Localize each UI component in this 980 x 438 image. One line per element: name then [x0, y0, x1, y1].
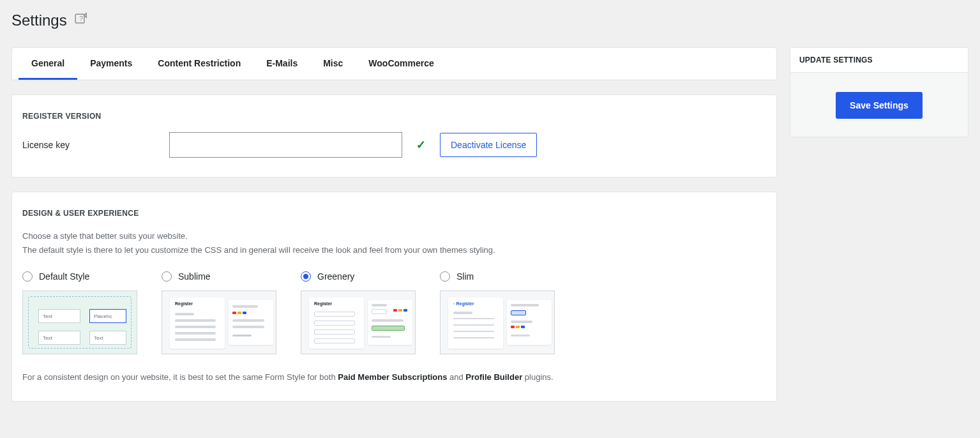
design-desc-2: The default style is there to let you cu…	[22, 243, 764, 257]
preview-slim[interactable]: ▫ Register	[440, 291, 555, 354]
tab-misc[interactable]: Misc	[310, 48, 356, 80]
design-footnote: For a consistent design on your website,…	[22, 372, 764, 382]
radio-icon	[301, 271, 311, 282]
radio-greenery[interactable]: Greenery	[301, 271, 422, 282]
tab-emails[interactable]: E-Mails	[253, 48, 310, 80]
radio-icon	[440, 271, 450, 282]
preview-sublime[interactable]: Register	[162, 291, 276, 354]
tab-payments[interactable]: Payments	[77, 48, 145, 80]
panel-license-heading: REGISTER VERSION	[22, 112, 764, 121]
tab-content-restriction[interactable]: Content Restriction	[145, 48, 253, 80]
panel-license: REGISTER VERSION License key ✓ Deactivat…	[11, 94, 777, 177]
svg-text:?: ?	[79, 15, 83, 22]
radio-default-style[interactable]: Default Style	[22, 271, 144, 282]
radio-label: Sublime	[178, 271, 211, 282]
panel-design-heading: DESIGN & USER EXPERIENCE	[22, 209, 764, 218]
save-settings-button[interactable]: Save Settings	[836, 92, 923, 119]
page-header: Settings ?	[11, 0, 969, 47]
style-option-slim: Slim ▫ Register	[440, 271, 561, 354]
tab-woocommerce[interactable]: WooCommerce	[356, 48, 446, 80]
style-option-greenery: Greenery Register	[301, 271, 422, 354]
license-key-input[interactable]	[169, 132, 402, 158]
radio-label: Slim	[456, 271, 474, 282]
design-desc-1: Choose a style that better suits your we…	[22, 229, 764, 243]
tab-general[interactable]: General	[19, 48, 77, 80]
radio-sublime[interactable]: Sublime	[162, 271, 283, 282]
radio-slim[interactable]: Slim	[440, 271, 561, 282]
preview-greenery[interactable]: Register	[301, 291, 416, 354]
help-icon[interactable]: ?	[73, 12, 87, 29]
settings-tabs: General Payments Content Restriction E-M…	[11, 47, 777, 80]
panel-design: DESIGN & USER EXPERIENCE Choose a style …	[11, 192, 777, 402]
radio-icon	[22, 271, 33, 282]
update-settings-box: UPDATE SETTINGS Save Settings	[790, 47, 969, 137]
radio-icon	[162, 271, 172, 282]
style-option-sublime: Sublime Register	[162, 271, 283, 354]
style-option-default: Default Style Text Text Placehc Text	[22, 271, 144, 354]
update-settings-heading: UPDATE SETTINGS	[790, 48, 968, 73]
check-icon: ✓	[416, 138, 426, 152]
radio-label: Greenery	[317, 271, 354, 282]
page-title: Settings	[11, 11, 67, 29]
license-key-label: License key	[22, 140, 156, 150]
preview-default[interactable]: Text Text Placehc Text	[22, 291, 137, 354]
radio-label: Default Style	[39, 271, 89, 282]
deactivate-license-button[interactable]: Deactivate License	[440, 133, 537, 157]
